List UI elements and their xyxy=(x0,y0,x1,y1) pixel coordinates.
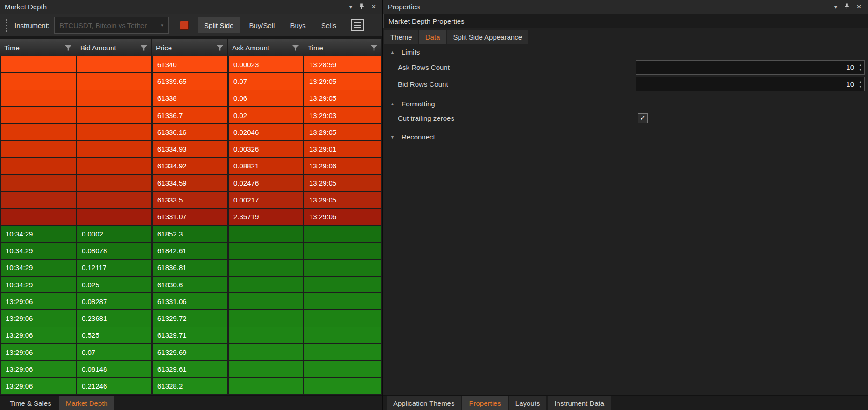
tab-properties[interactable]: Properties xyxy=(462,396,507,410)
table-row-bid[interactable]: 10:34:290.1211761836.81 xyxy=(0,260,382,277)
cell-bid-amount[interactable] xyxy=(77,90,153,106)
cell-time[interactable] xyxy=(1,56,77,72)
cell-price[interactable]: 61329.61 xyxy=(153,361,229,377)
cell-time[interactable]: 10:34:29 xyxy=(1,243,77,258)
collapse-panel-icon[interactable]: ▾ xyxy=(349,4,352,10)
tab-split-side-appearance[interactable]: Split Side Appearance xyxy=(447,30,528,44)
cell-time-2[interactable]: 13:29:06 xyxy=(304,209,382,225)
cell-time[interactable]: 10:34:29 xyxy=(1,277,77,292)
cell-time-2[interactable]: 13:29:05 xyxy=(304,90,382,106)
cell-bid-amount[interactable]: 0.08287 xyxy=(77,293,153,309)
cell-ask-amount[interactable]: 0.00326 xyxy=(229,141,304,157)
drag-handle-icon[interactable] xyxy=(6,19,7,32)
cell-ask-amount[interactable] xyxy=(229,327,304,343)
column-header-price[interactable]: Price xyxy=(152,39,228,56)
cell-bid-amount[interactable]: 0.12117 xyxy=(77,260,153,276)
cell-time-2[interactable]: 13:28:59 xyxy=(304,56,382,72)
table-row-bid[interactable]: 10:34:290.000261852.3 xyxy=(0,226,382,243)
section-reconnect[interactable]: ▼ Reconnect xyxy=(383,130,868,144)
tab-application-themes[interactable]: Application Themes xyxy=(387,396,461,410)
instrument-color-button[interactable] xyxy=(180,21,189,30)
cell-bid-amount[interactable]: 0.07 xyxy=(77,344,153,360)
table-row-bid[interactable]: 10:34:290.02561830.6 xyxy=(0,277,382,293)
cell-time-2[interactable] xyxy=(304,226,382,242)
ask-rows-count-input[interactable]: 10 ▲ ▼ xyxy=(636,60,865,75)
cell-bid-amount[interactable]: 0.21246 xyxy=(77,378,153,394)
close-panel-icon[interactable]: ✕ xyxy=(856,4,861,10)
cell-bid-amount[interactable] xyxy=(77,192,153,208)
cell-time-2[interactable]: 13:29:05 xyxy=(304,175,382,191)
cell-time[interactable]: 13:29:06 xyxy=(1,378,77,394)
cell-time-2[interactable]: 13:29:05 xyxy=(304,124,382,140)
table-row-ask[interactable]: 61331.072.3571913:29:06 xyxy=(0,209,382,226)
table-row-bid[interactable]: 10:34:290.0807861842.61 xyxy=(0,243,382,259)
column-header-time-bid[interactable]: Time xyxy=(0,39,76,56)
cut-trailing-zeroes-checkbox[interactable]: ✓ xyxy=(638,113,648,123)
cell-time[interactable] xyxy=(1,90,77,106)
column-header-time-ask[interactable]: Time xyxy=(303,39,382,56)
table-row-ask[interactable]: 61336.70.0213:29:03 xyxy=(0,107,382,124)
cell-time-2[interactable] xyxy=(304,260,382,276)
cell-ask-amount[interactable]: 0.00023 xyxy=(229,56,304,72)
pin-icon[interactable] xyxy=(359,3,364,11)
view-mode-split-side[interactable]: Split Side xyxy=(198,17,240,33)
table-row-ask[interactable]: 61333.50.0021713:29:05 xyxy=(0,192,382,208)
cell-price[interactable]: 61836.81 xyxy=(153,260,229,276)
table-row-bid[interactable]: 13:29:060.2368161329.72 xyxy=(0,310,382,327)
cell-ask-amount[interactable] xyxy=(229,344,304,360)
cell-time[interactable] xyxy=(1,192,77,208)
cell-ask-amount[interactable]: 2.35719 xyxy=(229,209,304,225)
cell-ask-amount[interactable]: 0.02 xyxy=(229,107,304,123)
table-row-ask[interactable]: 61334.920.0882113:29:06 xyxy=(0,158,382,175)
tab-data[interactable]: Data xyxy=(419,30,446,44)
cell-bid-amount[interactable]: 0.025 xyxy=(77,277,153,292)
cell-time-2[interactable] xyxy=(304,277,382,292)
cell-price[interactable]: 61331.07 xyxy=(153,209,229,225)
table-row-ask[interactable]: 61334.930.0032613:29:01 xyxy=(0,141,382,158)
cell-price[interactable]: 61328.2 xyxy=(153,378,229,394)
column-header-bid-amount[interactable]: Bid Amount xyxy=(76,39,152,56)
cell-price[interactable]: 61842.61 xyxy=(153,243,229,258)
bid-rows-count-input[interactable]: 10 ▲ ▼ xyxy=(636,77,865,91)
cell-time[interactable]: 13:29:06 xyxy=(1,293,77,309)
instrument-select[interactable]: BTCUSDT, Bitcoin vs Tether ▾ xyxy=(54,17,169,34)
cell-bid-amount[interactable] xyxy=(77,209,153,225)
view-mode-buys[interactable]: Buys xyxy=(284,17,311,33)
pin-icon[interactable] xyxy=(844,3,849,11)
table-row-ask[interactable]: 61336.160.0204613:29:05 xyxy=(0,124,382,141)
table-row-bid[interactable]: 13:29:060.2124661328.2 xyxy=(0,378,382,395)
cell-time[interactable] xyxy=(1,124,77,140)
cell-bid-amount[interactable] xyxy=(77,141,153,157)
cell-price[interactable]: 61334.59 xyxy=(153,175,229,191)
tab-theme[interactable]: Theme xyxy=(384,30,418,44)
cell-ask-amount[interactable] xyxy=(229,361,304,377)
close-panel-icon[interactable]: ✕ xyxy=(371,4,376,10)
cell-price[interactable]: 61338 xyxy=(153,90,229,106)
cell-time-2[interactable] xyxy=(304,293,382,309)
cell-ask-amount[interactable]: 0.02476 xyxy=(229,175,304,191)
cell-time[interactable] xyxy=(1,209,77,225)
cell-bid-amount[interactable] xyxy=(77,158,153,174)
table-row-ask[interactable]: 61334.590.0247613:29:05 xyxy=(0,175,382,192)
cell-time-2[interactable] xyxy=(304,344,382,360)
spin-up-icon[interactable]: ▲ xyxy=(859,80,862,83)
tab-market-depth[interactable]: Market Depth xyxy=(59,396,114,410)
cell-price[interactable]: 61339.65 xyxy=(153,73,229,89)
tab-time-and-sales[interactable]: Time & Sales xyxy=(3,396,58,410)
tab-instrument-data[interactable]: Instrument Data xyxy=(548,396,611,410)
view-mode-buy-sell[interactable]: Buy/Sell xyxy=(243,17,281,33)
cell-bid-amount[interactable]: 0.08078 xyxy=(77,243,153,258)
table-row-ask[interactable]: 61339.650.0713:29:05 xyxy=(0,73,382,90)
cell-ask-amount[interactable] xyxy=(229,277,304,292)
table-row-ask[interactable]: 613380.0613:29:05 xyxy=(0,90,382,107)
cell-bid-amount[interactable] xyxy=(77,124,153,140)
collapse-panel-icon[interactable]: ▾ xyxy=(834,4,837,10)
cell-bid-amount[interactable] xyxy=(77,175,153,191)
cell-ask-amount[interactable]: 0.08821 xyxy=(229,158,304,174)
cell-ask-amount[interactable]: 0.06 xyxy=(229,90,304,106)
cell-ask-amount[interactable]: 0.00217 xyxy=(229,192,304,208)
table-row-ask[interactable]: 613400.0002313:28:59 xyxy=(0,56,382,73)
cell-time-2[interactable] xyxy=(304,243,382,258)
cell-price[interactable]: 61329.71 xyxy=(153,327,229,343)
cell-ask-amount[interactable]: 0.02046 xyxy=(229,124,304,140)
